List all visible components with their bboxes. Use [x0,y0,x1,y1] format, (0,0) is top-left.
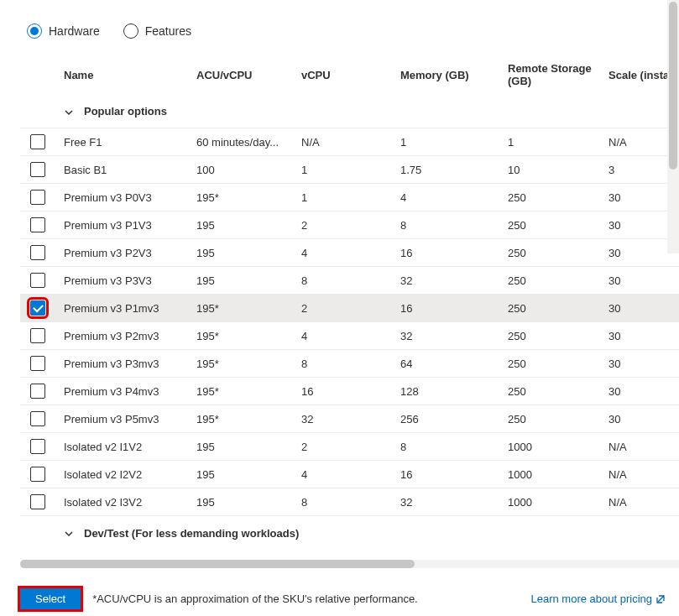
cell-name: Premium v3 P1V3 [64,219,196,232]
cell-memory: 32 [400,274,508,287]
table-row[interactable]: Basic B110011.75103 [20,156,679,184]
row-checkbox[interactable] [30,384,45,399]
cell-acu: 195 [196,274,301,287]
horizontal-scrollbar[interactable] [20,560,679,568]
cell-vcpu: 1 [301,164,400,176]
cell-name: Premium v3 P2V3 [64,247,196,259]
table-row[interactable]: Premium v3 P3V319583225030 [20,267,679,295]
col-header-vcpu[interactable]: vCPU [301,69,400,81]
cell-vcpu: 8 [301,274,400,287]
group-dev-test[interactable]: Dev/Test (For less demanding workloads) [20,516,679,550]
table-row[interactable]: Premium v3 P4mv3195*1612825030 [20,378,679,405]
radio-unselected-icon [123,23,138,39]
table-row[interactable]: Premium v3 P2V319541625030 [20,239,679,267]
cell-memory: 1.75 [400,164,508,176]
learn-more-link[interactable]: Learn more about pricing [530,593,666,605]
row-checkbox[interactable] [30,439,45,454]
cell-remote: 250 [508,413,608,425]
cell-memory: 16 [400,247,508,259]
table-row[interactable]: Premium v3 P0V3195*1425030 [20,184,679,211]
cell-scale: N/A [608,441,679,453]
cell-vcpu: 1 [301,191,400,204]
cell-memory: 256 [400,413,508,425]
col-header-memory[interactable]: Memory (GB) [400,69,508,81]
table-row[interactable]: Premium v3 P5mv3195*3225625030 [20,405,679,433]
cell-vcpu: 2 [301,219,400,232]
learn-more-label: Learn more about pricing [530,593,652,605]
cell-scale: 30 [608,274,679,287]
cell-remote: 250 [508,358,608,370]
cell-vcpu: 32 [301,413,400,425]
cell-memory: 16 [400,468,508,481]
row-checkbox[interactable] [30,411,45,426]
table-row[interactable]: Isolated v2 I2V21954161000N/A [20,461,679,488]
cell-acu: 100 [196,164,301,176]
cell-acu: 195* [196,191,301,204]
cell-acu: 195* [196,385,301,398]
cell-name: Isolated v2 I1V2 [64,441,196,453]
cell-name: Free F1 [64,136,196,149]
cell-remote: 250 [508,302,608,315]
row-checkbox[interactable] [30,300,45,316]
table-row[interactable]: Premium v3 P1mv3195*21625030 [20,295,679,322]
row-checkbox[interactable] [30,356,45,371]
acu-footnote: *ACU/vCPU is an approximation of the SKU… [92,593,418,605]
table-row[interactable]: Free F160 minutes/day...N/A11N/A [20,128,679,156]
cell-scale: 30 [608,302,679,315]
table-row[interactable]: Isolated v2 I1V2195281000N/A [20,433,679,461]
cell-name: Premium v3 P4mv3 [64,385,196,398]
table-row[interactable]: Premium v3 P1V31952825030 [20,211,679,239]
vertical-scrollbar[interactable] [667,0,679,253]
select-button[interactable]: Select [20,588,81,609]
tab-hardware[interactable]: Hardware [27,23,100,39]
cell-remote: 1000 [508,441,608,453]
cell-name: Premium v3 P5mv3 [64,413,196,425]
cell-scale: N/A [608,468,679,481]
row-checkbox[interactable] [30,217,45,232]
table-row[interactable]: Premium v3 P2mv3195*43225030 [20,322,679,350]
cell-acu: 195 [196,468,301,481]
row-checkbox[interactable] [30,134,45,149]
cell-memory: 32 [400,330,508,342]
tab-features-label: Features [145,24,191,38]
table-header-row: Name ACU/vCPU vCPU Memory (GB) Remote St… [20,55,679,95]
cell-vcpu: 16 [301,385,400,398]
col-header-acu[interactable]: ACU/vCPU [196,69,301,81]
table-row[interactable]: Isolated v2 I3V21958321000N/A [20,488,679,516]
cell-name: Isolated v2 I2V2 [64,468,196,481]
external-link-icon [655,594,666,604]
cell-remote: 250 [508,330,608,342]
cell-vcpu: 8 [301,358,400,370]
row-checkbox[interactable] [30,494,45,509]
tab-features[interactable]: Features [123,23,191,39]
table-row[interactable]: Premium v3 P3mv3195*86425030 [20,350,679,378]
col-header-name[interactable]: Name [64,69,196,81]
row-checkbox[interactable] [30,245,45,260]
cell-scale: 30 [608,385,679,398]
row-checkbox[interactable] [30,190,45,205]
cell-acu: 195* [196,302,301,315]
cell-scale: 30 [608,413,679,425]
row-checkbox[interactable] [30,273,45,288]
cell-memory: 32 [400,496,508,509]
cell-memory: 8 [400,219,508,232]
row-checkbox[interactable] [30,328,45,343]
row-checkbox[interactable] [30,467,45,482]
group-popular-options[interactable]: Popular options [20,95,679,128]
cell-vcpu: 2 [301,441,400,453]
cell-memory: 64 [400,358,508,370]
radio-selected-icon [27,23,42,39]
col-header-remote[interactable]: Remote Storage (GB) [508,62,608,87]
cell-name: Premium v3 P3V3 [64,274,196,287]
cell-memory: 128 [400,385,508,398]
cell-name: Premium v3 P0V3 [64,191,196,204]
chevron-down-icon [64,529,72,537]
row-checkbox[interactable] [30,162,45,177]
cell-scale: 30 [608,358,679,370]
cell-name: Premium v3 P2mv3 [64,330,196,342]
view-tabs: Hardware Features [0,0,679,39]
cell-acu: 60 minutes/day... [196,136,301,149]
cell-memory: 4 [400,191,508,204]
sku-table: Name ACU/vCPU vCPU Memory (GB) Remote St… [20,55,679,568]
cell-vcpu: 8 [301,496,400,509]
